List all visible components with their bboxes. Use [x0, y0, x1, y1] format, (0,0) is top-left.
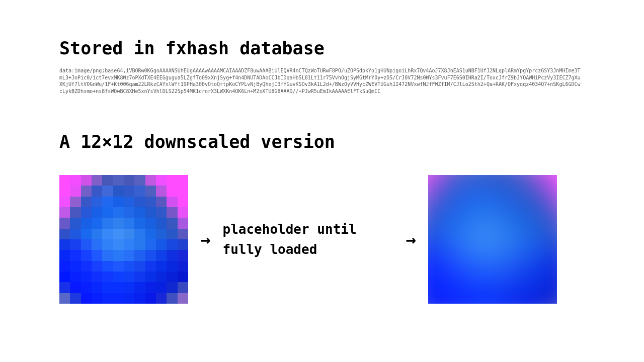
base64-string: data:image/png;base64,iVBORw0KGgoAAAANSU… [59, 67, 583, 95]
pixelated-thumbnail [59, 175, 188, 304]
arrow-icon: → [196, 229, 214, 249]
placeholder-caption: placeholder until fully loaded [222, 219, 393, 260]
arrow-icon: → [401, 229, 420, 249]
blurred-thumbnail [428, 175, 557, 304]
illustration-row: → placeholder until fully loaded → [59, 175, 585, 304]
heading-stored: Stored in fxhash database [59, 38, 585, 58]
heading-downscaled: A 12×12 downscaled version [59, 132, 585, 152]
